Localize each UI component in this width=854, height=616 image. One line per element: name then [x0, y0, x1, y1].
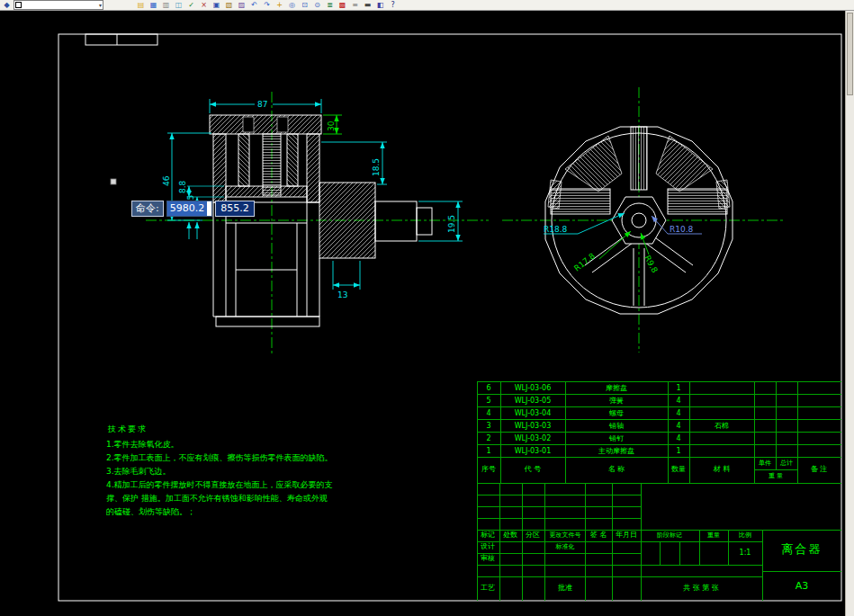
- redo-icon[interactable]: ↷: [262, 1, 272, 10]
- part-qty[interactable]: 4: [668, 434, 689, 442]
- titleblock-label-stage[interactable]: 阶段标记: [657, 532, 682, 539]
- part-seq[interactable]: 1: [477, 447, 500, 455]
- part-code[interactable]: WLJ-03-01: [500, 447, 565, 455]
- copy-icon[interactable]: ▣: [211, 1, 221, 10]
- titleblock-label-approve[interactable]: 批准: [558, 585, 572, 592]
- part-seq[interactable]: 2: [477, 434, 500, 442]
- cut-icon[interactable]: ×: [199, 1, 209, 10]
- linetype-icon[interactable]: ≡: [350, 1, 360, 10]
- tech-requirement-line[interactable]: 2.零件加工表面上，不应有划痕、擦伤等损伤零件表面的缺陷。: [106, 451, 333, 465]
- dynamic-input-tooltip: 命令: 5980.2 855.2: [131, 201, 255, 217]
- coordinate-input-x[interactable]: 5980.2: [166, 201, 213, 217]
- paste-icon[interactable]: ▧: [224, 1, 234, 10]
- titleblock-label-standard[interactable]: 标准化: [556, 544, 575, 550]
- match-properties-icon[interactable]: ▨: [237, 1, 247, 10]
- lineweight-icon[interactable]: ▬: [363, 1, 373, 10]
- titleblock-sheets[interactable]: 共 张 第 张: [683, 585, 719, 592]
- zoom-previous-icon[interactable]: ⊙: [312, 1, 322, 10]
- part-code[interactable]: WLJ-03-02: [500, 434, 565, 442]
- scrollbar-thumb[interactable]: [847, 13, 853, 95]
- part-code[interactable]: WLJ-03-03: [500, 422, 565, 430]
- titleblock-scale-value[interactable]: 1:1: [740, 549, 751, 557]
- titleblock-label-sign[interactable]: 签 名: [590, 531, 607, 539]
- zoom-window-icon[interactable]: ⊡: [300, 1, 310, 10]
- combo-dropdown-arrow[interactable]: ▾: [99, 3, 102, 8]
- parts-header-code[interactable]: 代 号: [525, 466, 542, 473]
- part-name[interactable]: 摩擦盘: [565, 383, 668, 393]
- part-qty[interactable]: 1: [668, 384, 689, 392]
- drawing-title[interactable]: 离合器: [782, 543, 823, 555]
- parts-list-row[interactable]: 5 WLJ-03-05 弹簧 4: [477, 394, 841, 406]
- parts-header-qty[interactable]: 数量: [671, 466, 686, 473]
- part-qty[interactable]: 1: [668, 447, 689, 455]
- tech-requirement-line[interactable]: 3.去除毛刺飞边。: [106, 465, 333, 478]
- undo-icon[interactable]: ↶: [249, 1, 259, 10]
- help-icon[interactable]: ?: [388, 1, 398, 10]
- part-name[interactable]: 弹簧: [565, 396, 668, 406]
- part-name[interactable]: 销轴: [565, 421, 668, 431]
- parts-header-material[interactable]: 材 料: [714, 466, 731, 473]
- text-caret: [207, 201, 211, 216]
- tech-requirements-title[interactable]: 技术要求: [108, 423, 333, 435]
- plot-preview-icon[interactable]: ◫: [174, 1, 184, 10]
- part-code[interactable]: WLJ-03-04: [500, 409, 565, 417]
- part-material[interactable]: 石棉: [689, 421, 754, 431]
- part-code[interactable]: WLJ-03-05: [500, 397, 565, 405]
- parts-list-row[interactable]: 6 WLJ-03-06 摩擦盘 1: [477, 381, 841, 394]
- parts-header-weight[interactable]: 重 量: [769, 473, 783, 479]
- parts-list-row[interactable]: 1 WLJ-03-01 主动摩擦盘 1: [477, 444, 841, 457]
- parts-header-notes[interactable]: 备 注: [811, 466, 828, 473]
- part-qty[interactable]: 4: [668, 409, 689, 417]
- save-icon[interactable]: ▦: [148, 1, 158, 10]
- spell-check-icon[interactable]: ✓: [186, 1, 196, 10]
- open-icon[interactable]: ▤: [136, 1, 146, 10]
- parts-list-row[interactable]: 3 WLJ-03-03 销轴 4 石棉: [477, 419, 841, 432]
- titleblock-label-count[interactable]: 处数: [503, 531, 517, 539]
- titleblock-label-date[interactable]: 年月日: [616, 531, 637, 539]
- coordinate-input-y[interactable]: 855.2: [215, 201, 255, 217]
- part-seq[interactable]: 4: [477, 409, 500, 417]
- part-code[interactable]: WLJ-03-06: [500, 384, 565, 392]
- part-name[interactable]: 螺母: [565, 408, 668, 418]
- part-seq[interactable]: 6: [477, 384, 500, 392]
- tech-requirements-list: 1.零件去除氧化皮。 2.零件加工表面上，不应有划痕、擦伤等损伤零件表面的缺陷。…: [106, 438, 333, 519]
- titleblock-label-mark[interactable]: 标记: [481, 531, 495, 539]
- part-seq[interactable]: 5: [477, 397, 500, 405]
- coordinate-x-value[interactable]: 5980.2: [167, 201, 208, 216]
- toolbar: ◆ ▾ ▤ ▦ ▥ ◫ ✓ × ▣ ▧ ▨: [0, 0, 854, 11]
- cad-window: 87 30 18.5 19.5 46: [0, 0, 854, 616]
- part-seq[interactable]: 3: [477, 422, 500, 430]
- parts-list-row[interactable]: 2 WLJ-03-02 销钉 4: [477, 432, 841, 444]
- pan-icon[interactable]: +: [274, 1, 284, 10]
- titleblock-label-scale[interactable]: 比例: [739, 532, 751, 539]
- titleblock-label-zone[interactable]: 分区: [526, 531, 540, 539]
- parts-header-seq[interactable]: 序号: [481, 466, 496, 473]
- plot-icon[interactable]: ▥: [161, 1, 171, 10]
- layer-color-icon[interactable]: ▩: [337, 1, 347, 10]
- app-icon[interactable]: ◆: [2, 1, 12, 10]
- parts-header-total[interactable]: 总计: [780, 460, 793, 467]
- part-name[interactable]: 主动摩擦盘: [565, 446, 668, 456]
- part-name[interactable]: 销钉: [565, 433, 668, 443]
- part-qty[interactable]: 4: [668, 397, 689, 405]
- tech-requirements[interactable]: 技术要求 1.零件去除氧化皮。 2.零件加工表面上，不应有划痕、擦伤等损伤零件表…: [106, 423, 333, 519]
- parts-list: 6 WLJ-03-06 摩擦盘 1 5 WLJ-03-05 弹簧 4: [477, 381, 841, 457]
- layer-combo[interactable]: ▾: [13, 0, 103, 10]
- parts-list-row[interactable]: 4 WLJ-03-04 螺母 4: [477, 406, 841, 419]
- properties-icon[interactable]: ◧: [375, 1, 385, 10]
- titleblock-label-process[interactable]: 工艺: [481, 585, 495, 592]
- tech-requirement-line[interactable]: 1.零件去除氧化皮。: [106, 438, 333, 451]
- part-qty[interactable]: 4: [668, 422, 689, 430]
- parts-header-name[interactable]: 名 称: [608, 466, 625, 473]
- titleblock-label-weight[interactable]: 重量: [707, 532, 720, 539]
- zoom-realtime-icon[interactable]: ◎: [287, 1, 297, 10]
- tech-requirement-line[interactable]: 4.精加工后的零件摆放时不得直接放在地面上，应采取必要的支撑、保护 措施。加工面…: [106, 478, 333, 519]
- vertical-scrollbar[interactable]: [845, 11, 854, 616]
- parts-header-unit[interactable]: 单件: [759, 460, 771, 467]
- titleblock-label-review[interactable]: 审核: [481, 555, 495, 562]
- titleblock-label-change-doc[interactable]: 更改文件号: [550, 532, 581, 539]
- command-prompt-label: 命令:: [131, 201, 164, 217]
- paper-size[interactable]: A3: [796, 581, 809, 591]
- titleblock-label-design[interactable]: 设计: [481, 543, 495, 550]
- layers-icon[interactable]: ≣: [325, 1, 335, 10]
